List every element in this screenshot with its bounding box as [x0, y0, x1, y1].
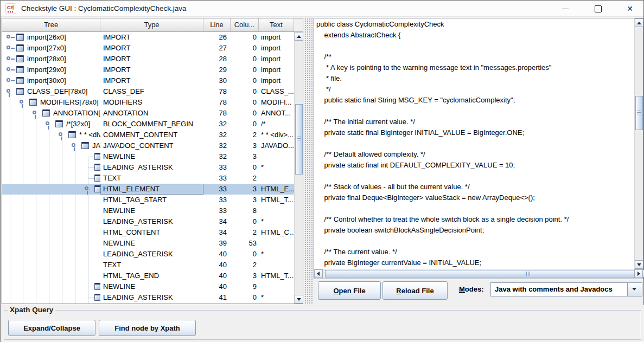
tree-row-text[interactable]: TEXT402 — [2, 260, 294, 270]
tree-node-icon — [16, 34, 24, 41]
combobox-arrow-button[interactable] — [627, 283, 642, 296]
tree-scroll-up-button[interactable] — [295, 32, 303, 41]
mode-combobox[interactable]: Java with comments and Javadocs — [490, 282, 642, 296]
cell-text — [260, 281, 294, 292]
close-button[interactable]: ✕ — [617, 1, 642, 17]
collapse-handle-icon[interactable] — [7, 89, 10, 93]
tree-vertical-scrollbar[interactable] — [294, 32, 303, 304]
cell-type: HTML_TAG_END — [100, 270, 203, 281]
tree-node-icon — [29, 99, 37, 106]
tree-node-label: JAVADOC_CONTENT[32x3] — [92, 140, 100, 151]
tree-connector-dash — [88, 157, 94, 157]
tree-row-newline[interactable]: NEWLINE338 — [2, 205, 294, 216]
column-header-type[interactable]: Type — [100, 18, 203, 32]
cell-text: import — [260, 32, 294, 43]
tree-scroll-down-button[interactable] — [295, 295, 303, 304]
tree-row-html_content[interactable]: HTML_CONTENT342HTML_C... — [2, 227, 294, 238]
cell-line: 40 — [203, 260, 232, 270]
cell-type: LEADING_ASTERISK — [100, 162, 203, 173]
tree-row-import[interactable]: import[27x0]IMPORT270import — [2, 43, 294, 54]
column-header-tree[interactable]: Tree — [2, 18, 100, 32]
cell-column: 53 — [232, 238, 260, 249]
collapse-handle-icon[interactable] — [33, 111, 36, 114]
cell-column: 8 — [232, 205, 260, 216]
code-vertical-scrollbar[interactable] — [634, 18, 643, 269]
expand-handle-icon[interactable] — [7, 35, 10, 38]
cell-text: * — [260, 162, 294, 173]
file-controls-row: Open File Reload File Modes: Java with c… — [314, 280, 643, 304]
tree-row-annotation[interactable]: ANNOTATION[78x0]ANNOTATION780ANNOT... — [2, 108, 294, 119]
tree-row-newline[interactable]: NEWLINE409 — [2, 281, 294, 292]
column-header-text[interactable]: Text — [259, 18, 294, 32]
expand-handle-icon[interactable] — [7, 56, 10, 60]
minimize-button[interactable] — [553, 1, 578, 17]
tree-row-leading_asterisk[interactable]: LEADING_ASTERISK410* — [2, 292, 294, 303]
cell-type: IMPORT — [100, 54, 203, 64]
tree-row-import[interactable]: import[30x0]IMPORT300import — [2, 75, 294, 86]
tree-row-html_element[interactable]: HTML_ELEMENT[33x3]HTML_ELEMENT333HTML_E.… — [2, 184, 294, 195]
expand-collapse-button[interactable]: Expand/Collapse — [8, 320, 95, 336]
column-header-colu[interactable]: Colu... — [231, 18, 259, 32]
modes-label: Modes: — [459, 285, 484, 293]
tree-node-icon — [16, 66, 24, 73]
expand-handle-icon[interactable] — [7, 67, 10, 71]
code-scroll-left-button[interactable] — [314, 269, 323, 278]
cell-type: HTML_TAG_START — [100, 195, 203, 205]
tree-row-newline[interactable]: NEWLINE323 — [2, 151, 294, 162]
chevron-down-icon — [632, 288, 636, 291]
cell-text: * — [260, 292, 294, 303]
tree-row-html_tag_end[interactable]: HTML_TAG_END403HTML_T... — [2, 270, 294, 281]
tree-row-import[interactable]: import[29x0]IMPORT290import — [2, 64, 294, 75]
tree-node-icon — [94, 283, 100, 290]
cell-tree — [2, 249, 100, 260]
code-hscrollbar-thumb[interactable] — [325, 270, 644, 278]
tree-scrollbar-thumb[interactable] — [295, 104, 303, 175]
cell-column: 0 — [232, 119, 260, 130]
tree-row-class_def[interactable]: CLASS_DEF[78x0]CLASS_DEF780CLASS_... — [2, 86, 294, 97]
tree-row-newline[interactable]: NEWLINE3953 — [2, 238, 294, 249]
tree-node-label: CLASS_DEF[78x0] — [27, 86, 87, 97]
tree-row-modifiers[interactable]: MODIFIERS[78x0]MODIFIERS780MODIFI... — [2, 97, 294, 108]
tree-row-leading_asterisk[interactable]: LEADING_ASTERISK400* — [2, 249, 294, 260]
cell-tree: * * <div>... — [2, 130, 100, 140]
maximize-button[interactable] — [585, 1, 610, 17]
tree-row-block_comment_begin[interactable]: /*[32x0]BLOCK_COMMENT_BEGIN320/* — [2, 119, 294, 130]
collapse-handle-icon[interactable] — [59, 132, 62, 136]
code-scroll-right-button[interactable] — [634, 269, 643, 278]
xpath-query-panel: Xpath Query Expand/Collapse Find node by… — [1, 305, 644, 342]
tree-node-icon — [94, 153, 100, 160]
tree-row-leading_asterisk[interactable]: LEADING_ASTERISK340* — [2, 216, 294, 227]
collapse-handle-icon[interactable] — [72, 143, 75, 147]
tree-row-import[interactable]: import[26x0]IMPORT260import — [2, 32, 294, 43]
expand-handle-icon[interactable] — [7, 78, 10, 82]
collapse-handle-icon[interactable] — [20, 100, 23, 104]
reload-file-button[interactable]: Reload File — [382, 281, 448, 300]
find-node-by-xpath-button[interactable]: Find node by Xpath — [99, 320, 196, 336]
tree-row-import[interactable]: import[28x0]IMPORT280import — [2, 54, 294, 64]
cell-line: 28 — [203, 54, 232, 64]
collapse-handle-icon[interactable] — [85, 186, 88, 190]
code-scroll-down-button[interactable] — [635, 260, 643, 269]
tree-row-html_tag_start[interactable]: HTML_TAG_START333HTML_T... — [2, 195, 294, 205]
code-viewport[interactable]: public class CyclomaticComplexityCheck e… — [314, 18, 634, 269]
cell-type: TEXT — [100, 260, 203, 270]
tree-node-icon — [94, 185, 100, 192]
cell-column: 0 — [232, 97, 260, 108]
tree-row-javadoc_content[interactable]: JAVADOC_CONTENT[32x3]JAVADOC_CONTENT323J… — [2, 140, 294, 151]
code-horizontal-scrollbar[interactable] — [314, 269, 643, 279]
cell-column: 3 — [232, 151, 260, 162]
column-header-line[interactable]: Line — [203, 18, 231, 32]
collapse-handle-icon[interactable] — [46, 121, 49, 125]
cell-tree — [2, 195, 100, 205]
expand-handle-icon[interactable] — [7, 46, 10, 49]
tree-row-leading_asterisk[interactable]: LEADING_ASTERISK330* — [2, 162, 294, 173]
tree-node-icon — [16, 88, 24, 95]
tree-row-text[interactable]: TEXT332 — [2, 173, 294, 184]
tree-row-comment_content[interactable]: * * <div>...COMMENT_CONTENT322* * <div>.… — [2, 130, 294, 140]
split-pane-divider[interactable] — [304, 18, 313, 304]
code-scrollbar-thumb[interactable] — [635, 96, 643, 130]
cell-column: 0 — [232, 54, 260, 64]
cell-column: 3 — [232, 184, 260, 195]
open-file-button[interactable]: Open File — [318, 281, 381, 300]
code-scroll-up-button[interactable] — [635, 18, 643, 27]
